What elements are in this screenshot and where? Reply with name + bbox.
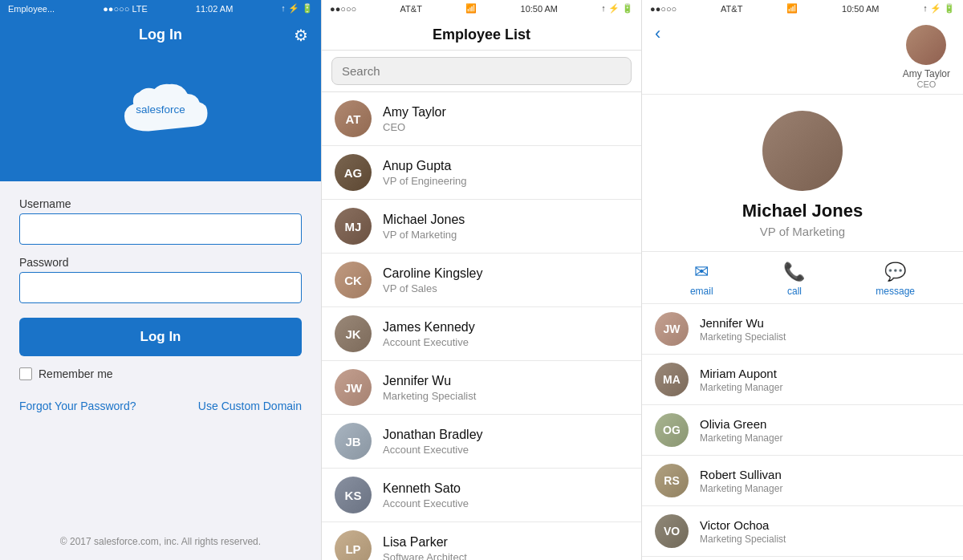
detail-carrier: AT&T	[721, 4, 742, 14]
employee-title: Account Executive	[383, 444, 483, 456]
email-action-button[interactable]: ✉ email	[690, 262, 713, 297]
report-name: Victor Ochoa	[700, 518, 786, 532]
custom-domain-link[interactable]: Use Custom Domain	[198, 400, 302, 412]
search-input[interactable]	[331, 57, 632, 85]
detail-back-section: ‹ Amy Taylor CEO	[642, 17, 963, 95]
report-list-item[interactable]: JW Jennifer Wu Marketing Specialist	[642, 304, 963, 355]
report-list-item[interactable]: MA Miriam Aupont Marketing Manager	[642, 355, 963, 405]
employee-avatar: JK	[335, 315, 372, 352]
login-header: Log In ⚙	[0, 17, 321, 53]
employee-name: Michael Jones	[383, 213, 465, 227]
employee-avatar: AG	[335, 154, 372, 191]
report-avatar: JW	[655, 312, 689, 346]
report-avatar: MA	[655, 363, 689, 396]
employee-title: VP of Marketing	[383, 229, 465, 241]
password-field-group: Password	[19, 256, 302, 303]
search-bar	[322, 51, 641, 92]
employee-name: Anup Gupta	[383, 159, 467, 173]
back-button[interactable]: ‹	[655, 23, 660, 44]
report-list-item[interactable]: VO Victor Ochoa Marketing Specialist	[642, 506, 963, 557]
report-title: Marketing Specialist	[700, 331, 786, 343]
list-header: Employee List	[322, 17, 641, 51]
employee-avatar: AT	[335, 100, 372, 137]
employee-list-item[interactable]: MJ Michael Jones VP of Marketing	[322, 200, 641, 254]
employee-list-item[interactable]: AG Anup Gupta VP of Engineering	[322, 146, 641, 200]
password-label: Password	[19, 256, 302, 269]
time-label: 11:02 AM	[196, 4, 233, 14]
detail-time: 10:50 AM	[842, 4, 879, 14]
salesforce-logo: salesforce	[96, 77, 225, 149]
logo-area: salesforce	[0, 53, 321, 181]
report-info: Miriam Aupont Marketing Manager	[700, 367, 782, 393]
report-list-item[interactable]: OG Olivia Green Marketing Manager	[642, 405, 963, 456]
report-title: Marketing Manager	[700, 483, 782, 494]
message-label: message	[876, 286, 915, 297]
mini-name: Amy Taylor	[903, 68, 950, 79]
employee-avatar: JW	[335, 369, 372, 406]
username-input[interactable]	[19, 213, 302, 245]
detail-status-bar: ●●○○○ AT&T 📶 10:50 AM ↑ ⚡ 🔋	[642, 0, 963, 17]
employee-info: Kenneth Sato Account Executive	[383, 481, 469, 509]
message-icon: 💬	[884, 262, 906, 282]
report-name: Robert Sullivan	[700, 468, 782, 481]
username-field-group: Username	[19, 197, 302, 245]
employee-name: Jennifer Wu	[383, 374, 476, 388]
call-action-button[interactable]: 📞 call	[783, 262, 805, 297]
list-wifi: 📶	[465, 3, 477, 14]
employee-list-item[interactable]: LP Lisa Parker Software Architect	[322, 522, 641, 560]
report-name: Miriam Aupont	[700, 367, 782, 380]
call-label: call	[787, 286, 802, 297]
action-buttons-row: ✉ email 📞 call 💬 message	[642, 252, 963, 304]
employee-list-item[interactable]: KS Kenneth Sato Account Executive	[322, 469, 641, 522]
employee-list-item[interactable]: AT Amy Taylor CEO	[322, 92, 641, 146]
employee-avatar: JB	[335, 423, 372, 460]
mini-role: CEO	[917, 79, 937, 89]
login-button[interactable]: Log In	[19, 318, 302, 356]
svg-text:salesforce: salesforce	[136, 103, 185, 116]
employee-title: VP of Sales	[383, 282, 483, 294]
detail-signal: ●●○○○	[650, 4, 677, 14]
employee-list-item[interactable]: JK James Kennedy Account Executive	[322, 307, 641, 361]
report-info: Jennifer Wu Marketing Specialist	[700, 316, 786, 343]
report-list-item[interactable]: RS Robert Sullivan Marketing Manager	[642, 456, 963, 506]
message-action-button[interactable]: 💬 message	[876, 262, 915, 297]
employee-list-item[interactable]: JW Jennifer Wu Marketing Specialist	[322, 361, 641, 415]
phone-icon: 📞	[783, 262, 805, 282]
employee-info: Jonathan Bradley Account Executive	[383, 428, 483, 456]
employee-title: Account Executive	[383, 497, 469, 509]
employee-info: Caroline Kingsley VP of Sales	[383, 266, 483, 294]
employee-title: Software Architect	[383, 551, 467, 561]
carrier-label: Employee...	[8, 4, 55, 14]
list-battery: ↑ ⚡ 🔋	[601, 3, 633, 14]
report-info: Olivia Green Marketing Manager	[700, 417, 782, 444]
reports-list: JW Jennifer Wu Marketing Specialist MA M…	[642, 304, 963, 560]
list-carrier: AT&T	[400, 4, 422, 14]
employee-list-panel: ●●○○○ AT&T 📶 10:50 AM ↑ ⚡ 🔋 Employee Lis…	[321, 0, 642, 560]
login-footer: © 2017 salesforce.com, inc. All rights r…	[60, 536, 261, 547]
employee-title: CEO	[383, 121, 446, 133]
mini-avatar	[906, 25, 946, 65]
employee-name: Caroline Kingsley	[383, 266, 483, 281]
remember-label: Remember me	[39, 367, 113, 380]
report-name: Olivia Green	[700, 417, 782, 431]
remember-checkbox[interactable]	[19, 367, 32, 380]
employee-list-item[interactable]: CK Caroline Kingsley VP of Sales	[322, 254, 641, 307]
employee-name: James Kennedy	[383, 320, 475, 335]
employee-info: Anup Gupta VP of Engineering	[383, 159, 467, 187]
forgot-password-link[interactable]: Forgot Your Password?	[19, 400, 136, 412]
gear-icon[interactable]: ⚙	[294, 26, 308, 45]
email-label: email	[690, 286, 713, 297]
employee-name: Kenneth Sato	[383, 481, 469, 496]
employee-list-item[interactable]: JB Jonathan Bradley Account Executive	[322, 415, 641, 469]
employee-name: Lisa Parker	[383, 535, 467, 550]
report-info: Victor Ochoa Marketing Specialist	[700, 518, 786, 545]
list-title: Employee List	[433, 26, 530, 43]
list-status-bar: ●●○○○ AT&T 📶 10:50 AM ↑ ⚡ 🔋	[322, 0, 641, 17]
main-profile-title: VP of Marketing	[760, 225, 845, 238]
employee-info: Michael Jones VP of Marketing	[383, 213, 465, 241]
employee-avatar: MJ	[335, 208, 372, 245]
password-input[interactable]	[19, 272, 302, 303]
employee-title: VP of Engineering	[383, 175, 467, 187]
detail-wifi: 📶	[786, 3, 798, 14]
email-icon: ✉	[694, 262, 709, 282]
